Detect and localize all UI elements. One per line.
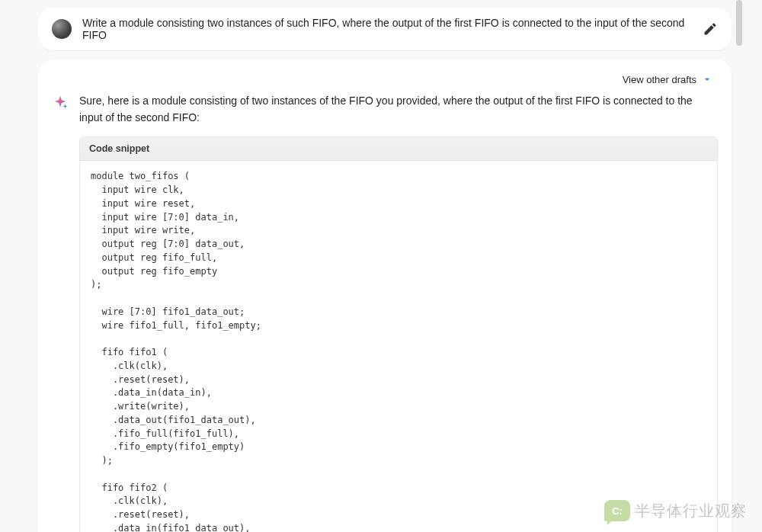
response-body: Sure, here is a module consisting of two… (52, 93, 718, 136)
view-drafts-label: View other drafts (623, 74, 696, 85)
user-prompt-text: Write a module consisting two instances … (82, 17, 703, 41)
chat-container: Write a module consisting two instances … (0, 0, 762, 532)
user-avatar (52, 19, 72, 39)
code-snippet-body: module two_fifos ( input wire clk, input… (80, 161, 717, 532)
sparkle-icon (52, 95, 69, 111)
edit-icon[interactable] (703, 21, 718, 37)
code-snippet-card: Code snippet module two_fifos ( input wi… (79, 136, 718, 532)
view-drafts-button[interactable]: View other drafts (52, 70, 718, 93)
code-snippet-header: Code snippet (80, 137, 717, 161)
code-content[interactable]: module two_fifos ( input wire clk, input… (91, 170, 706, 532)
scrollbar-thumb[interactable] (736, 0, 742, 46)
assistant-response-card: View other drafts Sure, here is a module (38, 59, 732, 532)
user-message-row: Write a module consisting two instances … (38, 8, 732, 50)
response-intro-text: Sure, here is a module consisting of two… (79, 93, 718, 126)
chevron-down-icon (701, 73, 713, 85)
